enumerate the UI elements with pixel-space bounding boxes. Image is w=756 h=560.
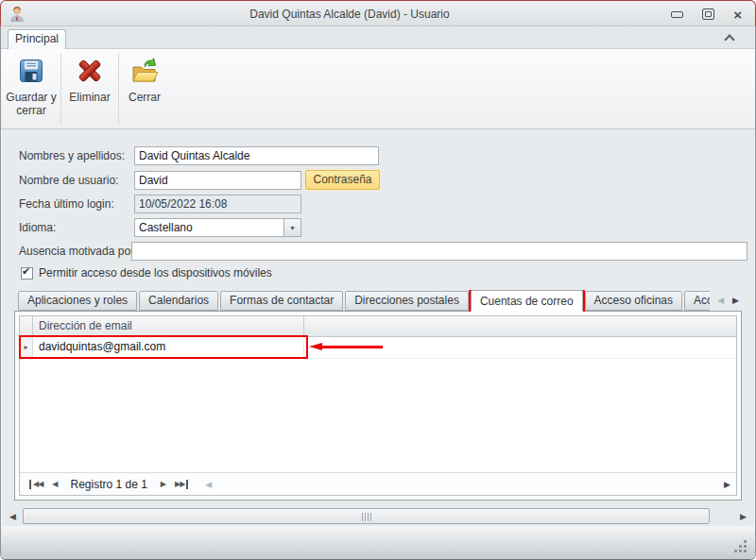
tab-calendarios[interactable]: Calendarios — [139, 291, 218, 311]
grid-header-row: Dirección de email — [20, 316, 736, 337]
grid-scroll-left-button[interactable]: ◀ — [205, 480, 212, 489]
save-and-close-label: Guardar y cerrar — [4, 91, 59, 117]
save-icon — [16, 56, 46, 86]
email-grid: Dirección de email ▸ davidquintas@gmail.… — [19, 315, 737, 496]
cerrar-button[interactable]: Cerrar — [121, 49, 168, 128]
grid-header-filler — [304, 316, 736, 336]
scrollbar-grip-icon — [362, 513, 371, 521]
nav-first-button[interactable]: ◀◀ — [29, 480, 43, 489]
status-bar — [1, 526, 755, 559]
delete-button[interactable]: Eliminar — [63, 49, 116, 128]
horizontal-scrollbar[interactable]: ◀ ▶ — [5, 508, 751, 524]
nombre-usuario-field[interactable] — [134, 171, 301, 190]
scrollbar-thumb[interactable] — [23, 508, 710, 524]
idioma-combobox[interactable]: ▼ — [134, 218, 301, 237]
tab-content-panel: Dirección de email ▸ davidquintas@gmail.… — [14, 311, 742, 501]
maximize-button[interactable] — [702, 8, 714, 20]
tab-aplicaciones-roles[interactable]: Aplicaciones y roles — [18, 291, 137, 311]
ribbon-separator — [118, 53, 119, 125]
tab-scroll-right-icon[interactable]: ▶ — [732, 296, 739, 305]
user-icon — [9, 6, 26, 23]
detail-tab-control: Aplicaciones y roles Calendarios Formas … — [14, 290, 742, 501]
combo-dropdown-button[interactable]: ▼ — [284, 219, 301, 236]
close-window-button[interactable]: × — [733, 9, 742, 20]
titlebar: David Quintas Alcalde (David) - Usuario … — [0, 0, 756, 26]
tab-cuentas-correo[interactable]: Cuentas de correo — [471, 290, 583, 312]
ribbon-panel: Guardar y cerrar Eliminar Cerrar — [1, 48, 755, 129]
tab-formas-contactar[interactable]: Formas de contactar — [220, 291, 343, 311]
password-button[interactable]: Contraseña — [305, 170, 380, 190]
tab-acceso-oficinas[interactable]: Acceso oficinas — [585, 291, 682, 311]
mobile-access-checkbox[interactable]: ✔ — [21, 267, 33, 280]
minimize-button[interactable] — [671, 11, 683, 18]
row-indicator: ▸ — [20, 337, 33, 358]
save-and-close-button[interactable]: Guardar y cerrar — [4, 49, 59, 128]
tab-acceso-comunidades[interactable]: Acceso comunidades — [684, 291, 710, 311]
table-row[interactable]: ▸ davidquintas@gmail.com — [20, 337, 736, 359]
scrollbar-left-button[interactable]: ◀ — [6, 508, 20, 524]
ausencia-field[interactable] — [131, 242, 747, 261]
idioma-value[interactable] — [135, 219, 289, 236]
fecha-ultimo-login-field — [134, 195, 301, 213]
chevron-up-icon — [724, 34, 734, 44]
user-editor-window: David Quintas Alcalde (David) - Usuario … — [0, 0, 756, 560]
nombres-apellidos-field[interactable] — [134, 146, 379, 165]
cerrar-label: Cerrar — [129, 91, 161, 104]
record-navigator: ◀◀ ◀ Registro 1 de 1 ▶ ▶▶ ◀ ▶ — [20, 472, 736, 495]
tab-direcciones-postales[interactable]: Direcciones postales — [345, 291, 469, 311]
label-nombre-usuario: Nombre de usuario: — [19, 174, 118, 187]
checkmark-icon: ✔ — [22, 265, 30, 278]
nav-prev-button[interactable]: ◀ — [52, 480, 57, 489]
label-nombres-apellidos: Nombres y apellidos: — [19, 149, 125, 162]
tab-headers: Aplicaciones y roles Calendarios Formas … — [14, 290, 710, 312]
tab-scroll-left-icon[interactable]: ◀ — [717, 296, 724, 305]
label-fecha-ultimo-login: Fecha último login: — [19, 197, 114, 211]
label-ausencia: Ausencia motivada por: — [19, 245, 137, 258]
chevron-down-icon: ▼ — [289, 225, 296, 231]
scrollbar-right-button[interactable]: ▶ — [736, 508, 750, 524]
mobile-access-label: Permitir acceso desde los dispositivos m… — [39, 266, 272, 280]
close-folder-icon — [129, 56, 160, 86]
grid-indicator-header — [20, 316, 33, 336]
ribbon-tab-principal[interactable]: Principal — [8, 29, 66, 49]
email-cell[interactable]: davidquintas@gmail.com — [33, 337, 304, 358]
ribbon-separator — [60, 53, 61, 125]
delete-label: Eliminar — [69, 91, 110, 104]
record-count-label: Registro 1 de 1 — [70, 478, 146, 491]
grid-scroll-right-button[interactable]: ▶ — [724, 480, 730, 489]
nav-last-button[interactable]: ▶▶ — [175, 480, 188, 489]
ribbon-collapse-button[interactable] — [724, 34, 735, 43]
nav-next-button[interactable]: ▶ — [161, 480, 165, 489]
column-header-direccion-email[interactable]: Dirección de email — [33, 316, 304, 336]
ribbon-tab-row — [1, 26, 755, 49]
delete-icon — [75, 56, 105, 86]
label-idioma: Idioma: — [19, 221, 56, 234]
window-title: David Quintas Alcalde (David) - Usuario — [58, 8, 642, 21]
row-indicator-icon: ▸ — [24, 343, 27, 351]
resize-grip-icon[interactable] — [744, 550, 747, 552]
